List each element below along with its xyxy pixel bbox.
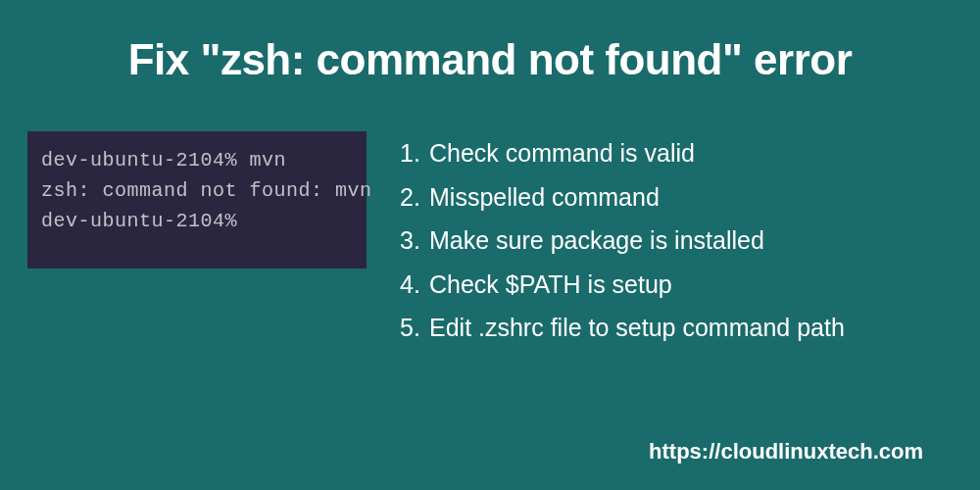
step-number: 5.	[400, 306, 429, 350]
step-text: Misspelled command	[429, 175, 660, 220]
list-item: 1. Check command is valid	[400, 131, 951, 175]
footer-url: https://cloudlinuxtech.com	[649, 439, 923, 465]
step-text: Check command is valid	[429, 131, 695, 175]
list-item: 4. Check $PATH is setup	[400, 263, 951, 307]
page-title: Fix "zsh: command not found" error	[0, 0, 980, 84]
list-item: 3. Make sure package is installed	[400, 219, 951, 263]
terminal-line: dev-ubuntu-2104% mvn	[41, 145, 353, 175]
step-number: 3.	[400, 219, 429, 263]
terminal-line: zsh: command not found: mvn	[41, 175, 353, 206]
step-text: Check $PATH is setup	[429, 263, 672, 307]
step-text: Edit .zshrc file to setup command path	[429, 306, 845, 350]
terminal-line: dev-ubuntu-2104%	[41, 206, 353, 236]
list-item: 5. Edit .zshrc file to setup command pat…	[400, 306, 951, 350]
steps-list: 1. Check command is valid 2. Misspelled …	[400, 131, 951, 350]
step-number: 1.	[400, 131, 429, 175]
content-row: dev-ubuntu-2104% mvn zsh: command not fo…	[0, 131, 980, 350]
step-number: 2.	[400, 175, 429, 220]
step-text: Make sure package is installed	[429, 219, 764, 263]
step-number: 4.	[400, 263, 429, 307]
terminal-snippet: dev-ubuntu-2104% mvn zsh: command not fo…	[27, 131, 367, 269]
list-item: 2. Misspelled command	[400, 175, 951, 220]
